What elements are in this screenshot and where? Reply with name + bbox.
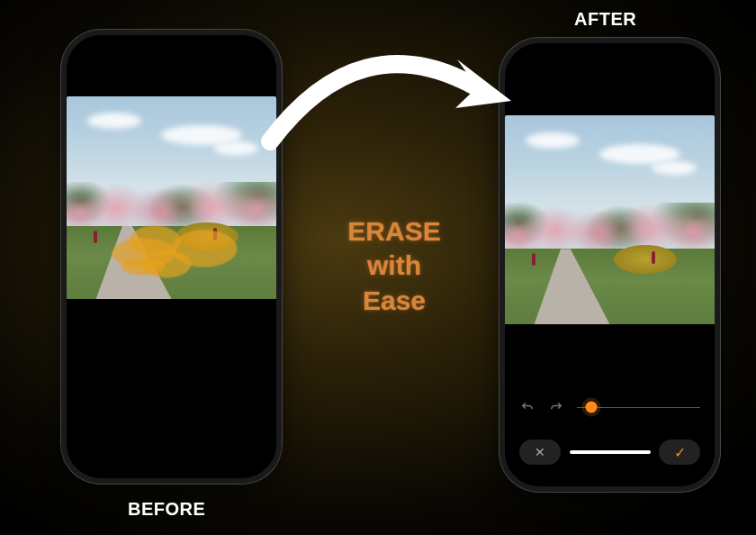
phone-notch [131, 35, 212, 55]
tagline-line: with [309, 249, 480, 283]
close-icon: ✕ [535, 445, 545, 459]
tagline-line: ERASE [309, 214, 480, 249]
edit-controls: ✕ ✓ [505, 398, 715, 465]
redo-button[interactable] [548, 399, 564, 415]
home-indicator [570, 450, 651, 454]
phone-mockup-before [61, 30, 282, 484]
arrow-icon [252, 38, 522, 164]
after-label: AFTER [574, 9, 636, 30]
tagline-line: Ease [309, 284, 480, 318]
check-icon: ✓ [674, 444, 686, 461]
photo-before [67, 96, 276, 299]
phone-mockup-after: ✕ ✓ [500, 38, 720, 492]
brush-size-slider[interactable] [577, 398, 700, 416]
tagline: ERASE with Ease [309, 214, 480, 318]
cancel-button[interactable]: ✕ [519, 440, 561, 465]
undo-button[interactable] [519, 399, 536, 415]
confirm-button[interactable]: ✓ [659, 440, 700, 465]
photo-after [505, 115, 715, 324]
slider-thumb[interactable] [586, 402, 598, 413]
before-label: BEFORE [128, 499, 205, 520]
phone-notch [570, 43, 651, 63]
